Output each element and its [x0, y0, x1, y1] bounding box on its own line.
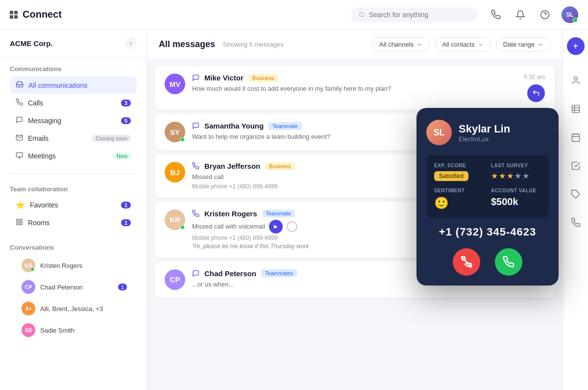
emails-badge: Coming soon	[92, 135, 131, 142]
mike-victor-tag: Business	[248, 74, 278, 82]
sidebar-divider	[10, 173, 137, 174]
sidebar-item-calls[interactable]: Calls 3	[10, 95, 137, 111]
phone-icon[interactable]	[488, 7, 504, 23]
sidebar-item-favorites[interactable]: ⭐ Favorites 1	[10, 197, 137, 213]
favorites-badge: 1	[121, 202, 131, 208]
date-range-filter[interactable]: Date range	[496, 37, 551, 52]
exp-score-value: Satisfied	[434, 171, 468, 181]
popup-company-name: ElectroLux	[459, 135, 510, 143]
star-4: ★	[514, 171, 521, 181]
record-circle	[287, 221, 297, 232]
call-icon	[192, 162, 199, 170]
inbox-icon	[16, 80, 24, 90]
filters: All channels All contacts Date range	[372, 37, 551, 52]
favorites-label: Favorites	[30, 201, 116, 209]
search-input[interactable]	[369, 11, 470, 19]
bryan-jefferson-avatar: BJ	[165, 162, 185, 182]
grid-icon	[10, 11, 18, 19]
main-header: All messages Showing 5 messages All chan…	[147, 29, 563, 60]
stars: ★ ★ ★ ★ ★	[491, 171, 541, 181]
rooms-label: Rooms	[28, 219, 116, 227]
messaging-badge: 5	[121, 117, 131, 124]
main-title: All messages	[159, 39, 215, 50]
sidebar-item-meetings[interactable]: Meetings New	[10, 148, 137, 164]
svg-rect-16	[572, 134, 579, 141]
decline-call-btn[interactable]	[453, 248, 480, 276]
team-collab-title: Team collaboration	[10, 185, 137, 193]
mike-victor-time: 9:30 am	[524, 74, 545, 80]
conv-item-kristen-rogers[interactable]: KR Kristen Rogers	[14, 255, 133, 276]
svg-rect-8	[20, 219, 22, 221]
phone-sidebar-icon[interactable]	[567, 214, 585, 232]
help-icon[interactable]	[537, 7, 553, 23]
meetings-badge: New	[113, 153, 131, 159]
conv-item-multi[interactable]: A+ Alli, Brent, Jessica, +3	[14, 298, 133, 319]
mike-victor-actions: 9:30 am	[524, 74, 545, 102]
samantha-young-name: Samantha Young	[204, 122, 264, 130]
accept-call-btn[interactable]	[495, 248, 522, 276]
chad-badge: 1	[118, 284, 127, 290]
popup-phone: +1 (732) 345-4623	[426, 226, 549, 238]
account-value: $500k	[491, 196, 541, 208]
collapse-btn[interactable]: ‹	[125, 37, 137, 49]
sidebar-item-all-communications[interactable]: All communications	[10, 77, 137, 94]
message-icon	[192, 122, 199, 130]
contacts-icon[interactable]	[567, 72, 585, 89]
search-bar[interactable]	[351, 7, 478, 22]
sentiment-block: SENTIMENT 🙂	[434, 188, 484, 210]
tag-icon[interactable]	[567, 185, 585, 203]
conv-label-kristen: Kristen Rogers	[40, 262, 127, 269]
sidebar-header: ACME Corp. ‹	[0, 29, 147, 57]
svg-rect-9	[20, 223, 22, 225]
reply-btn-mike[interactable]	[527, 84, 545, 102]
conv-avatar-multi: A+	[22, 302, 35, 315]
conv-item-sadie-smith[interactable]: SS Sadie Smith	[14, 320, 133, 340]
mike-victor-top: Mike Victor Business	[192, 74, 517, 82]
communications-section: Communications All communications Calls …	[0, 57, 147, 169]
sidebar-item-rooms[interactable]: Rooms 1	[10, 214, 137, 231]
message-icon	[192, 270, 199, 277]
checklist-icon[interactable]	[567, 157, 585, 175]
all-contacts-label: All contacts	[442, 41, 474, 48]
star-3: ★	[507, 171, 514, 181]
calendar-icon[interactable]	[567, 129, 585, 146]
chevron-down-icon	[478, 42, 484, 48]
message-icon	[192, 74, 199, 81]
user-avatar[interactable]: SL	[562, 6, 578, 23]
app-logo: Connect	[10, 9, 62, 20]
star-2: ★	[499, 171, 506, 181]
communications-title: Communications	[10, 65, 137, 73]
all-channels-filter[interactable]: All channels	[372, 37, 430, 52]
search-icon	[359, 11, 365, 18]
topbar: Connect SL	[0, 0, 588, 29]
svg-rect-7	[17, 219, 19, 221]
table-icon[interactable]	[567, 100, 585, 118]
team-collab-section: Team collaboration ⭐ Favorites 1 Rooms 1	[0, 178, 147, 236]
account-value-label: ACCOUNT VALUE	[491, 188, 541, 193]
exp-score-label: EXP. SCORE	[434, 163, 484, 168]
msg-mike-victor[interactable]: MV Mike Victor Business How much would i…	[155, 66, 555, 110]
account-value-block: ACCOUNT VALUE $500k	[491, 188, 541, 210]
bryan-jefferson-name: Bryan Jefferson	[204, 162, 260, 170]
sidebar-item-messaging[interactable]: Messaging 5	[10, 112, 137, 129]
kristen-avatar-wrap: KR	[165, 209, 185, 230]
conv-item-chad-peterson[interactable]: CP Chad Peterson 1	[14, 277, 133, 297]
messaging-icon	[16, 116, 23, 125]
all-contacts-filter[interactable]: All contacts	[435, 37, 490, 52]
app-name: Connect	[23, 9, 62, 20]
star-icon: ⭐	[16, 201, 25, 209]
calls-badge: 3	[121, 100, 131, 106]
conv-label-sadie: Sadie Smith	[40, 327, 127, 334]
bell-icon[interactable]	[513, 7, 528, 23]
samantha-avatar-wrap: SY	[165, 122, 185, 142]
kristen-rogers-name: Kristen Rogers	[204, 209, 257, 218]
sidebar-item-emails[interactable]: Emails Coming soon	[10, 130, 137, 147]
add-btn[interactable]: +	[567, 37, 585, 55]
last-survey-label: LAST SURVEY	[491, 163, 541, 168]
play-btn[interactable]: ▶	[269, 220, 283, 234]
date-range-label: Date range	[503, 41, 535, 48]
sentiment-emoji: 🙂	[434, 196, 484, 210]
svg-rect-12	[572, 105, 579, 113]
chad-peterson-avatar: CP	[165, 269, 185, 290]
showing-text: Showing 5 messages	[223, 41, 284, 48]
